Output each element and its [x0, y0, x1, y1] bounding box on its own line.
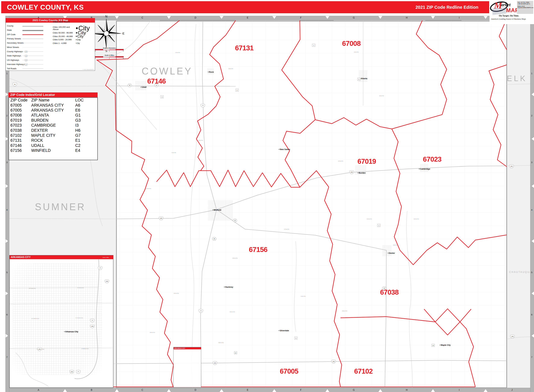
legend-row: Toll Roads: [7, 66, 49, 70]
grid-notch: [532, 239, 534, 243]
city-class-row: Cities 1 - 4,999 City: [53, 42, 94, 44]
county-name-label: COWLEY: [142, 65, 192, 77]
grid-col-label: H: [406, 389, 408, 391]
grid-col-label: A: [38, 389, 39, 391]
inset-city-label: Arkansas City: [64, 331, 78, 333]
grid-col-label: D: [195, 389, 196, 391]
highway-shield: 5: [357, 78, 361, 81]
town-label: Atlanta: [360, 77, 367, 79]
road-name-label: 152nd Rd: [232, 257, 238, 259]
highway-shield: 15: [233, 219, 237, 222]
legend-line-sample: [23, 47, 43, 47]
town-label: Maple City: [440, 344, 451, 346]
legend-cities: Cities and Towns Cities 100,000 and Abov…: [53, 20, 94, 23]
contact-box: CALL US TOLL FREE! 1-888-434-MAPS (6277)…: [517, 1, 533, 14]
road-name-label: 132nd Rd: [367, 218, 372, 220]
svg-text:E: E: [122, 32, 124, 35]
zip-index-box: ZIP Code Index/Grid Locator ZIP Code ZIP…: [9, 93, 98, 160]
legend-row: Primary Streets: [7, 37, 49, 41]
grid-notch: [167, 389, 171, 392]
grid-notch: [272, 389, 276, 392]
zip-code-label: 67131: [235, 44, 254, 52]
county-name-label: SUMNER: [35, 201, 86, 212]
zip-index-row: 67005 ARKANSAS CITY E6: [9, 108, 97, 113]
map-sheet: COWLEY COUNTY, KS 2021 ZIP Code Redline …: [0, 0, 534, 392]
grid-row-label: 2: [6, 114, 8, 117]
town-label: Silverdale: [279, 329, 289, 332]
legend-line-sample: [23, 68, 43, 69]
grid-col-label: E: [247, 389, 248, 391]
town-label: Cambridge: [419, 168, 430, 170]
road-name-label: 72nd Rd: [171, 152, 176, 153]
grid-strip-left: 1234567: [5, 16, 9, 392]
grid-row-label: 6: [6, 313, 8, 316]
grid-notch: [325, 16, 329, 19]
legend-shield-icon: 123: [25, 51, 28, 53]
zip-index-row: 67102 MAPLE CITY G7: [9, 133, 97, 138]
grid-col-label: I: [459, 16, 459, 19]
legend-row: State Highways 123: [7, 54, 49, 58]
road-name-label: 252nd Rd: [150, 332, 155, 333]
zip-index-row: 67038 DEXTER H6: [9, 128, 97, 133]
road-name-label: 62nd Rd: [379, 95, 384, 97]
legend-line-items: County State ZIP Code Primary Streets Se…: [7, 24, 49, 70]
road-name-label: 52nd Rd: [151, 74, 156, 75]
grid-col-label: B: [91, 389, 93, 391]
town-label: Hackney: [224, 286, 233, 288]
town-label: Udall: [141, 86, 147, 88]
arkansas-city-inset: ARKANSAS CITY Scale in Miles Arkansas Ci…: [9, 255, 113, 388]
grid-row-label: 2: [531, 114, 532, 117]
town-label: Winfield: [212, 209, 221, 211]
grid-notch: [6, 93, 8, 96]
inset-street-label: E Chestnut Ave: [76, 317, 83, 318]
grid-notch: [6, 137, 8, 141]
grid-notch: [220, 16, 224, 19]
county-name-label: ELK: [507, 74, 527, 83]
contact-email-label: EMAIL US AT:: [518, 6, 533, 7]
grid-row-label: 1: [531, 72, 532, 75]
zip-index-header-row: ZIP Code ZIP Name LOC: [9, 98, 97, 103]
zip-index-title-bar: ZIP Code Index/Grid Locator: [9, 92, 98, 97]
county-name-label: CHAUTAUQUA: [509, 271, 532, 274]
grid-notch: [532, 292, 534, 295]
grid-col-label: G: [353, 16, 355, 19]
legend-line-sample: 123: [23, 51, 43, 52]
grid-notch: [532, 137, 534, 141]
zip-index-row: 67023 CAMBRIDGE I3: [9, 123, 97, 128]
legend-line-sample: [23, 43, 43, 43]
grid-col-label: J: [511, 389, 513, 391]
scale-kilometers: Scale in Kilometers 012: [95, 47, 124, 52]
legend-line-sample: [23, 34, 43, 35]
grid-notch: [532, 334, 534, 338]
grid-col-label: F: [300, 16, 302, 19]
header-bar: COWLEY COUNTY, KS 2021 ZIP Code Redline …: [1, 1, 489, 13]
grid-notch: [167, 16, 171, 19]
road-name-label: 82nd Rd: [198, 140, 203, 141]
contact-email: mapsales@MarketMAPS.com: [518, 7, 533, 9]
legend-row-label: Toll Roads: [7, 67, 16, 70]
highway-shield: 1: [377, 224, 380, 227]
zip-code-label: 67156: [249, 245, 267, 254]
grid-notch: [532, 93, 534, 96]
road-name-label: 22nd Rd: [175, 52, 180, 53]
contact-call: CALL US TOLL FREE!: [518, 2, 533, 3]
grid-row-label: 1: [6, 72, 8, 75]
edition-label: 2021 ZIP Code Redline Edition: [416, 1, 478, 13]
zip-index-row: 67005 ARKANSAS CITY A6: [9, 103, 97, 108]
grid-notch: [431, 16, 435, 19]
grid-notch: [325, 389, 329, 392]
inset-street-label: E Madison Ave: [82, 348, 89, 349]
highway-shield: 2: [236, 89, 239, 92]
legend-row-label: Minor Streets: [7, 46, 19, 48]
logo-tagline: On Target. On Time.: [499, 14, 519, 17]
highway-shield: 1: [312, 44, 315, 47]
legend-row: State: [7, 28, 49, 32]
legend-copyright: © 2021 MarketMAPS: [83, 69, 94, 70]
legend-row: County: [7, 24, 49, 28]
zip-index-row: 67019 BURDEN G3: [9, 118, 97, 123]
arkansas-city-extent-box: ARKANSAS CITY: [173, 347, 201, 387]
grid-notch: [484, 16, 487, 19]
inset-roads: [10, 259, 112, 387]
highway-shield: 15: [155, 84, 159, 87]
grid-row-label: 6: [531, 313, 532, 316]
